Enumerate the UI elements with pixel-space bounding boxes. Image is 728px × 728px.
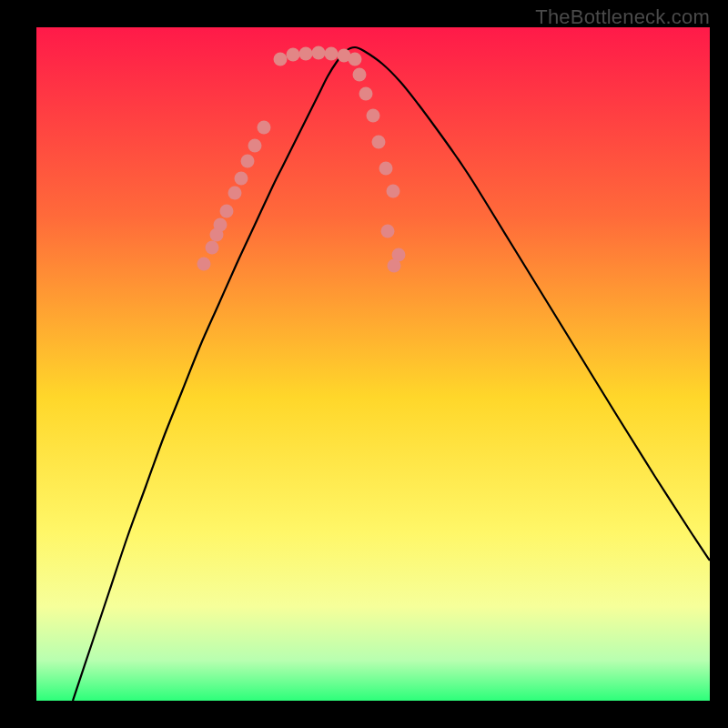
data-marker xyxy=(274,53,288,66)
data-marker xyxy=(228,187,242,200)
data-marker xyxy=(312,46,326,60)
data-marker xyxy=(392,248,406,262)
data-marker xyxy=(258,121,271,135)
data-marker xyxy=(197,258,211,271)
data-marker xyxy=(214,218,228,232)
data-marker xyxy=(287,48,300,62)
data-marker xyxy=(379,162,393,176)
data-marker xyxy=(220,205,234,218)
data-marker xyxy=(299,47,313,61)
gradient-background xyxy=(36,27,710,701)
data-marker xyxy=(325,47,339,61)
data-marker xyxy=(372,136,386,149)
data-marker xyxy=(353,68,367,82)
plot-svg xyxy=(36,27,710,701)
data-marker xyxy=(235,172,248,186)
data-marker xyxy=(349,53,362,66)
data-marker xyxy=(359,87,373,101)
data-marker xyxy=(387,185,400,198)
data-marker xyxy=(381,225,395,238)
chart-frame: TheBottleneck.com xyxy=(0,0,728,728)
data-marker xyxy=(241,155,255,168)
watermark-text: TheBottleneck.com xyxy=(535,5,710,29)
data-marker xyxy=(206,241,219,255)
data-marker xyxy=(248,139,262,153)
data-marker xyxy=(367,109,380,123)
plot-area xyxy=(36,27,710,701)
